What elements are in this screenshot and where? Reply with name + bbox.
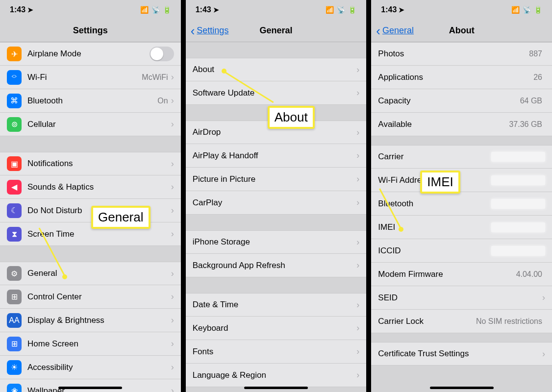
cellular-icon: ⊚ [7, 117, 22, 132]
location-icon: ➤ [213, 6, 219, 14]
settings-row-wallpaper[interactable]: ❀Wallpaper› [0, 379, 181, 392]
settings-row-control-center[interactable]: ⊞Control Center› [0, 285, 181, 309]
back-label: Settings [197, 25, 228, 36]
row-label: Notifications [27, 159, 171, 169]
row-keyboard[interactable]: Keyboard› [186, 317, 367, 340]
callout-imei: IMEI [420, 171, 460, 194]
settings-row-cellular[interactable]: ⊚Cellular› [0, 113, 181, 136]
toggle[interactable] [150, 47, 174, 61]
row-value: McWiFi [142, 73, 168, 82]
row-modem-firmware: Modem Firmware4.04.00 [371, 263, 552, 286]
row-label: General [27, 269, 171, 278]
chevron-right-icon: › [542, 349, 545, 359]
row-capacity: Capacity64 GB [371, 89, 552, 113]
settings-row-sounds-haptics[interactable]: ◀Sounds & Haptics› [0, 175, 181, 199]
chevron-right-icon: › [356, 370, 359, 380]
signal-icon: 📶 [511, 6, 520, 14]
settings-row-wi-fi[interactable]: ⌔Wi-FiMcWiFi› [0, 66, 181, 89]
row-carrier: Carrier [371, 145, 552, 169]
back-button[interactable]: ‹ Settings [191, 20, 229, 42]
settings-row-notifications[interactable]: ▣Notifications› [0, 152, 181, 175]
location-icon: ➤ [399, 6, 404, 14]
settings-row-screen-time[interactable]: ⧗Screen Time› [0, 222, 181, 246]
row-certificate-trust-settings[interactable]: Certificate Trust Settings› [371, 342, 552, 366]
accessibility-icon: ☀ [7, 360, 22, 375]
chevron-right-icon: › [171, 229, 174, 239]
row-label: Bluetooth [378, 199, 491, 209]
row-applications: Applications26 [371, 66, 552, 89]
sounds-haptics-icon: ◀ [7, 180, 22, 195]
control-center-icon: ⊞ [7, 290, 22, 304]
row-label: Airplane Mode [27, 49, 150, 59]
settings-row-general[interactable]: ⚙General› [0, 262, 181, 285]
row-about[interactable]: About› [186, 58, 367, 81]
row-airplay-handoff[interactable]: AirPlay & Handoff› [186, 144, 367, 168]
row-seid[interactable]: SEID› [371, 286, 552, 310]
row-date-time[interactable]: Date & Time› [186, 293, 367, 317]
general-list: About›Software Update› AirDrop›AirPlay &… [186, 42, 367, 392]
row-language-region[interactable]: Language & Region› [186, 364, 367, 387]
settings-row-do-not-disturb[interactable]: ☾Do Not Disturb› [0, 199, 181, 222]
wifi-icon: 📡 [151, 6, 160, 14]
row-label: Cellular [27, 120, 171, 129]
chevron-right-icon: › [356, 150, 359, 161]
chevron-right-icon: › [171, 159, 174, 169]
settings-row-accessibility[interactable]: ☀Accessibility› [0, 356, 181, 379]
row-label: Fonts [193, 347, 357, 357]
row-value: 887 [529, 49, 542, 58]
settings-row-bluetooth[interactable]: ⌘BluetoothOn› [0, 89, 181, 113]
status-time: 1:43 [196, 5, 211, 14]
chevron-right-icon: › [171, 119, 174, 129]
chevron-right-icon: › [356, 260, 359, 270]
chevron-right-icon: › [171, 292, 174, 302]
settings-row-display-brightness[interactable]: AADisplay & Brightness› [0, 309, 181, 332]
row-label: Carrier Lock [378, 317, 476, 326]
row-label: CarPlay [193, 198, 357, 208]
back-button[interactable]: ‹ General [376, 20, 414, 42]
row-label: Home Screen [27, 339, 171, 349]
row-label: Applications [378, 73, 533, 82]
status-bar: 1:43 ➤ 📶 📡 🔋 [186, 0, 367, 20]
chevron-right-icon: › [542, 293, 545, 303]
callout-about: About [268, 106, 315, 129]
row-bluetooth: Bluetooth [371, 192, 552, 216]
battery-icon: 🔋 [534, 6, 542, 14]
chevron-right-icon: › [171, 72, 174, 82]
row-iphone-storage[interactable]: iPhone Storage› [186, 230, 367, 254]
chevron-left-icon: ‹ [376, 24, 380, 37]
signal-icon: 📶 [140, 6, 149, 14]
chevron-right-icon: › [356, 88, 359, 98]
settings-list: ✈Airplane Mode⌔Wi-FiMcWiFi›⌘BluetoothOn›… [0, 42, 181, 392]
row-imei: IMEI [371, 216, 552, 239]
row-label: Screen Time [27, 229, 171, 239]
row-fonts[interactable]: Fonts› [186, 340, 367, 364]
row-carplay[interactable]: CarPlay› [186, 191, 367, 215]
row-value: 37.36 GB [509, 120, 542, 129]
battery-icon: 🔋 [348, 6, 356, 14]
chevron-right-icon: › [171, 386, 174, 392]
row-label: Picture in Picture [193, 174, 357, 184]
row-value: On [157, 97, 168, 105]
row-label: Accessibility [27, 363, 171, 372]
chevron-right-icon: › [171, 315, 174, 325]
row-picture-in-picture[interactable]: Picture in Picture› [186, 168, 367, 191]
chevron-right-icon: › [356, 237, 359, 247]
row-label: Background App Refresh [193, 261, 357, 270]
page-title: Settings [73, 25, 108, 36]
row-software-update[interactable]: Software Update› [186, 81, 367, 105]
chevron-right-icon: › [171, 269, 174, 279]
notifications-icon: ▣ [7, 156, 22, 171]
callout-general: General [91, 206, 151, 229]
general-screen: 1:43 ➤ 📶 📡 🔋 ‹ Settings General About›So… [186, 0, 367, 392]
chevron-right-icon: › [356, 300, 359, 310]
row-label: Wi-Fi [27, 73, 142, 82]
chevron-right-icon: › [356, 174, 359, 184]
row-background-app-refresh[interactable]: Background App Refresh› [186, 254, 367, 277]
about-screen: 1:43 ➤ 📶 📡 🔋 ‹ General About Photos887Ap… [371, 0, 552, 392]
settings-row-airplane-mode[interactable]: ✈Airplane Mode [0, 42, 181, 66]
do-not-disturb-icon: ☾ [7, 203, 22, 218]
status-time: 1:43 [10, 5, 25, 14]
settings-row-home-screen[interactable]: ⊞Home Screen› [0, 332, 181, 356]
row-label: Bluetooth [27, 96, 157, 106]
bluetooth-icon: ⌘ [7, 94, 22, 108]
